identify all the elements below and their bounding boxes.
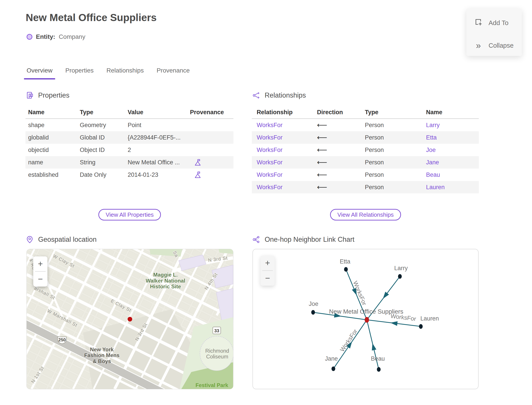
svg-text:33: 33 [214, 328, 219, 333]
map-pin-icon [26, 236, 34, 243]
collapse-button[interactable]: » Collapse [474, 42, 514, 49]
map-label: Coliseum [206, 354, 228, 359]
add-to-button[interactable]: Add To [474, 18, 508, 28]
related-entity-link[interactable]: Larry [426, 122, 479, 129]
property-value-cell: New Metal Office ... [128, 159, 190, 166]
relationships-section-title: Relationships [265, 91, 306, 99]
edge-label: WorksFor [339, 328, 359, 353]
chart-node-label: Larry [394, 265, 408, 271]
properties-table: NameTypeValueProvenance shapeGeometryPoi… [26, 106, 233, 181]
relationship-type-link[interactable]: WorksFor [257, 122, 317, 129]
map-label: Richmond [205, 348, 229, 354]
entity-type-value: Company [59, 33, 85, 40]
relationship-row: WorksFor⟵PersonLauren [252, 181, 479, 193]
collapse-label: Collapse [489, 42, 514, 49]
related-entity-link[interactable]: Etta [426, 134, 479, 141]
view-all-relationships-button[interactable]: View All Relationships [330, 209, 401, 221]
related-entity-link[interactable]: Joe [426, 147, 479, 154]
entity-type-cell: Person [365, 122, 426, 129]
provenance-flag-icon[interactable] [194, 159, 201, 166]
relationship-type-link[interactable]: WorksFor [257, 147, 317, 154]
chart-node-larry[interactable] [398, 274, 402, 279]
link-chart-icon [252, 236, 260, 243]
related-entity-link[interactable]: Beau [426, 171, 479, 178]
chart-node-lauren[interactable] [419, 324, 423, 329]
provenance-flag-icon[interactable] [194, 171, 201, 179]
property-type-cell: Geometry [80, 122, 128, 129]
column-header: Type [80, 109, 128, 116]
svg-text:250: 250 [58, 337, 66, 342]
relationship-row: WorksFor⟵PersonJane [252, 156, 479, 169]
tab-relationships[interactable]: Relationships [106, 67, 144, 79]
property-value-cell: 2 [128, 147, 190, 154]
property-type-cell: Global ID [80, 134, 128, 141]
onehop-section-header: One-hop Neighbor Link Chart [252, 236, 354, 243]
property-type-cell: Object ID [80, 147, 128, 154]
chart-node-jane[interactable] [331, 366, 335, 371]
map-label: Festival Park [195, 382, 228, 388]
properties-section-title: Properties [38, 91, 69, 99]
property-row: nameStringNew Metal Office ... [26, 156, 233, 169]
map-label: New York [90, 346, 114, 352]
chart-node-beau[interactable] [377, 367, 381, 372]
map-label: Fashion Mens [84, 352, 120, 358]
tab-properties[interactable]: Properties [65, 67, 94, 79]
relationship-type-link[interactable]: WorksFor [257, 134, 317, 141]
map-zoom-in-button[interactable]: + [33, 256, 47, 271]
chart-node-label: Beau [371, 355, 385, 362]
route-shield: 33 [213, 327, 221, 334]
chart-node-joe[interactable] [311, 310, 315, 315]
relationship-type-link[interactable]: WorksFor [257, 184, 317, 191]
link-chart-panel[interactable]: + − WorksForWorksForWorksForEttaLarryJoe… [253, 249, 479, 389]
chart-center-node[interactable] [365, 317, 369, 323]
property-name-cell: shape [28, 122, 80, 129]
chart-node-label: Lauren [420, 315, 439, 322]
chart-node-etta[interactable] [344, 267, 348, 272]
column-header: Value [128, 109, 190, 116]
property-row: globalidGlobal ID{A228944F-0EF5-... [26, 131, 233, 144]
related-entity-link[interactable]: Lauren [426, 184, 479, 191]
chart-node-label: Joe [309, 301, 318, 307]
relationships-table-header: RelationshipDirectionTypeName [252, 106, 479, 119]
property-value-cell: Point [128, 122, 190, 129]
geospatial-map[interactable]: + − [26, 249, 233, 389]
edge-arrowhead-icon [390, 321, 398, 326]
page-title: New Metal Office Suppliers [26, 12, 157, 24]
property-row: shapeGeometryPoint [26, 119, 233, 131]
view-all-properties-button[interactable]: View All Properties [98, 209, 161, 221]
entity-location-marker[interactable] [128, 317, 132, 322]
property-type-cell: Date Only [80, 171, 128, 178]
chart-node-label: Jane [325, 355, 338, 362]
property-name-cell: established [28, 171, 80, 178]
chevrons-right-icon: » [474, 42, 483, 49]
map-zoom-out-button[interactable]: − [33, 272, 47, 287]
map-canvas[interactable]: 33250 k RdW Clay StSaN 3rd StN 4th Stars… [27, 249, 233, 389]
chart-zoom-out-button[interactable]: − [260, 271, 275, 286]
onehop-section-title: One-hop Neighbor Link Chart [265, 236, 354, 243]
chart-zoom-in-button[interactable]: + [260, 256, 275, 270]
floating-actions-card: Add To » Collapse [466, 8, 522, 56]
direction-arrow: ⟵ [317, 171, 365, 179]
tab-provenance[interactable]: Provenance [157, 67, 190, 79]
entity-type-cell: Person [365, 159, 426, 166]
column-header: Name [426, 109, 479, 116]
property-row: establishedDate Only2014-01-23 [26, 169, 233, 181]
tab-bar: OverviewPropertiesRelationshipsProvenanc… [27, 67, 190, 79]
properties-icon [26, 91, 34, 99]
link-chart-canvas[interactable]: WorksForWorksForWorksForEttaLarryJoeLaur… [253, 249, 478, 389]
relationships-table: RelationshipDirectionTypeName WorksFor⟵P… [252, 106, 479, 193]
edge-arrowhead-icon [372, 343, 376, 351]
entity-type-cell: Person [365, 147, 426, 154]
direction-arrow: ⟵ [317, 183, 365, 191]
tab-overview[interactable]: Overview [27, 67, 53, 79]
relationship-type-link[interactable]: WorksFor [257, 159, 317, 166]
direction-arrow: ⟵ [317, 146, 365, 154]
related-entity-link[interactable]: Jane [426, 159, 479, 166]
property-name-cell: objectid [28, 147, 80, 154]
relationship-type-link[interactable]: WorksFor [257, 171, 317, 178]
add-to-icon [474, 18, 483, 28]
properties-table-header: NameTypeValueProvenance [26, 106, 233, 119]
relationship-row: WorksFor⟵PersonBeau [252, 169, 479, 181]
entity-type-cell: Person [365, 184, 426, 191]
column-header: Name [28, 109, 80, 116]
